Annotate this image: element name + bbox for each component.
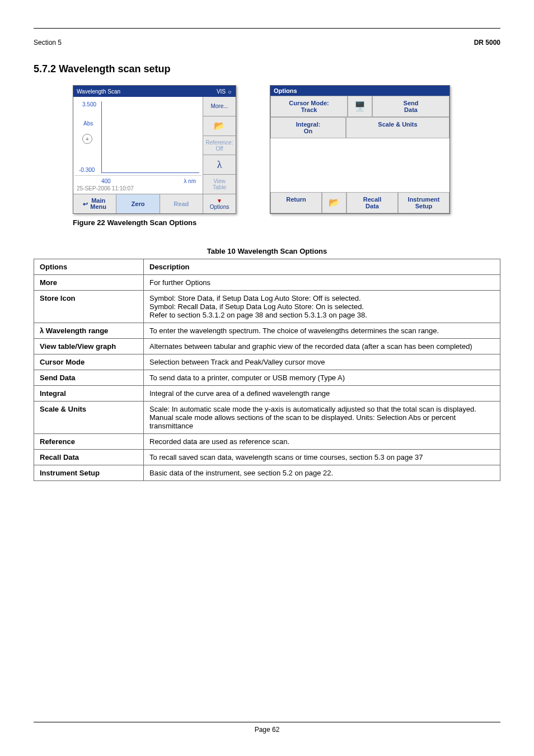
row-store-desc: Symbol: Store Data, if Setup Data Log Au… [144,291,500,323]
row-scale-desc: Scale: In automatic scale mode the y-axi… [144,402,500,434]
section-heading: 5.7.2 Wavelength scan setup [34,63,500,75]
send-data-label-2: Data [404,106,418,113]
table-row: Store Icon Symbol: Store Data, if Setup … [34,291,500,323]
row-recall-opt: Recall Data [34,450,144,465]
table-caption: Table 10 Wavelength Scan Options [34,244,500,259]
row-lambda-desc: To enter the wavelength spectrum. The ch… [144,323,500,339]
instrument-setup-label-2: Setup [415,203,433,209]
send-data-button[interactable]: Send Data [372,96,449,117]
options-button[interactable]: ▼ Options [203,194,236,213]
recall-data-label-2: Data [366,203,379,209]
zoom-in-icon[interactable]: + [82,134,92,144]
table-row: Scale & Units Scale: In automatic scale … [34,402,500,434]
y-axis-min: -0.300 [79,167,95,173]
options-blank-area [270,138,449,192]
row-cursor-desc: Selection between Track and Peak/Valley … [144,354,500,370]
row-ref-desc: Recorded data are used as reference scan… [144,434,500,450]
row-more-opt: More [34,275,144,291]
row-more-desc: For further Options [144,275,500,291]
table-row: λ Wavelength range To enter the waveleng… [34,323,500,339]
recall-data-label-1: Recall [363,196,381,203]
wavelength-scan-panel: Wavelength Scan VIS ☼ 3.500 Abs + -0.300 [73,85,236,214]
row-store-opt: Store Icon [34,291,144,323]
row-send-opt: Send Data [34,370,144,386]
header-product: DR 5000 [474,39,500,46]
row-instr-opt: Instrument Setup [34,465,144,481]
recall-data-button[interactable]: Recall Data [346,192,398,213]
cursor-mode-label-2: Track [301,106,317,113]
instrument-setup-label-1: Instrument [408,196,440,203]
row-integral-opt: Integral [34,386,144,402]
row-view-opt: View table/View graph [34,339,144,354]
integral-label-1: Integral: [296,121,320,128]
options-label: Options [210,204,229,210]
figure-caption: Figure 22 Wavelength Scan Options [73,218,500,227]
down-triangle-icon: ▼ [217,198,222,204]
ws-chart-area: 3.500 Abs + -0.300 [74,98,202,176]
row-send-desc: To send data to a printer, computer or U… [144,370,500,386]
table-row: More For further Options [34,275,500,291]
computer-icon: 🖥️ [354,101,366,111]
table-row: Recall Data To recall saved scan data, w… [34,450,500,465]
return-button[interactable]: Return [270,192,322,213]
folder-up-icon: 📂 [329,198,340,208]
row-instr-desc: Basic data of the instrument, see sectio… [144,465,500,481]
folder-open-icon: 📂 [214,121,225,131]
more-button[interactable]: More... [203,97,236,116]
pc-send-button[interactable]: 🖥️ [348,96,372,117]
reference-label-1: Reference: [206,139,233,146]
zero-button[interactable]: Zero [116,194,160,213]
reference-button[interactable]: Reference: Off [203,136,236,156]
ws-title: Wavelength Scan [77,88,120,95]
table-row: Integral Integral of the curve area of a… [34,386,500,402]
view-label-2: Table [213,184,226,190]
row-cursor-opt: Cursor Mode [34,354,144,370]
integral-label-2: On [304,128,312,134]
table-row: View table/View graph Alternates between… [34,339,500,354]
page-footer: Page 62 [34,722,500,734]
reference-label-2: Off [216,146,223,152]
view-label-1: View [213,178,226,184]
row-view-desc: Alternates between tabular and graphic v… [144,339,500,354]
ws-mode-indicator: VIS ☼ [217,88,232,95]
x-axis-min: 400 [101,178,111,184]
integral-button[interactable]: Integral: On [270,117,346,138]
options-panel: Options Cursor Mode: Track 🖥️ Send Data … [270,85,450,214]
cursor-mode-label-1: Cursor Mode: [289,100,329,106]
table-header-row: Options Description [34,259,500,275]
instrument-setup-button[interactable]: Instrument Setup [398,192,449,213]
folder-up-button[interactable]: 📂 [322,192,346,213]
th-options: Options [34,259,144,275]
row-ref-opt: Reference [34,434,144,450]
table-row: Send Data To send data to a printer, com… [34,370,500,386]
options-table: Table 10 Wavelength Scan Options Options… [34,244,500,481]
plot-area [101,101,199,173]
folder-open-button[interactable]: 📂 [203,116,236,136]
scale-units-button[interactable]: Scale & Units [346,117,449,138]
cursor-mode-button[interactable]: Cursor Mode: Track [270,96,348,117]
back-arrow-icon: ↩ [83,200,88,208]
lambda-button[interactable]: λ [203,155,236,175]
read-button[interactable]: Read [160,194,203,213]
options-title: Options [270,86,449,96]
row-integral-desc: Integral of the curve area of a defined … [144,386,500,402]
th-description: Description [144,259,500,275]
row-lambda-opt: λ Wavelength range [34,323,144,339]
header-section-ref: Section 5 [34,39,62,46]
row-scale-opt: Scale & Units [34,402,144,434]
main-menu-button[interactable]: ↩ Main Menu [73,194,116,213]
table-row: Cursor Mode Selection between Track and … [34,354,500,370]
table-row: Instrument Setup Basic data of the instr… [34,465,500,481]
y-axis-max: 3.500 [82,101,96,108]
x-axis-label: λ nm [184,178,196,184]
y-axis-label: Abs [83,120,93,127]
send-data-label-1: Send [404,100,419,106]
timestamp: 25-SEP-2006 11:10:07 [73,184,203,194]
row-recall-desc: To recall saved scan data, wavelength sc… [144,450,500,465]
table-row: Reference Recorded data are used as refe… [34,434,500,450]
main-menu-label-2: Menu [90,203,106,210]
view-table-button[interactable]: View Table [203,175,236,194]
